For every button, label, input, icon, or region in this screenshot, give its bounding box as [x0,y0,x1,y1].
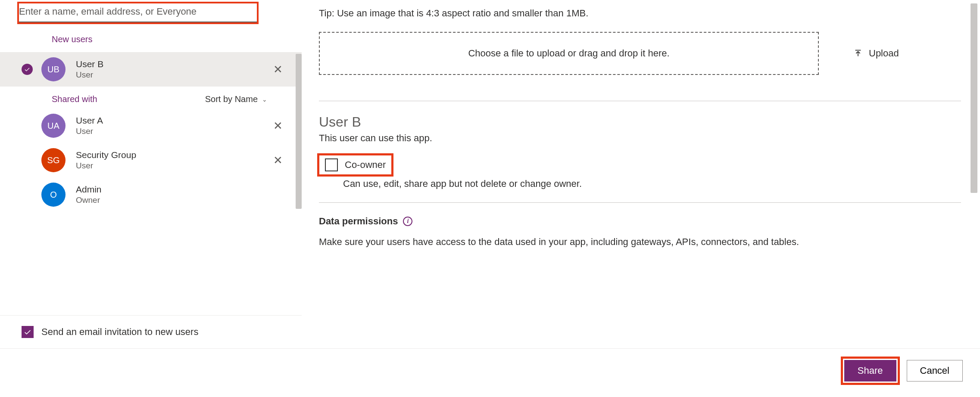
user-row-shared[interactable]: UA User A User ✕ [0,109,302,143]
user-name: Security Group [76,150,269,160]
email-invite-checkbox[interactable] [22,326,34,338]
selected-check-icon [22,64,33,75]
image-tip-text: Tip: Use an image that is 4:3 aspect rat… [319,8,963,19]
selected-user-title: User B [319,114,963,130]
data-permissions-title: Data permissions [319,216,398,227]
new-users-header: New users [0,22,302,52]
upload-button[interactable]: Upload [853,48,899,59]
user-row-shared[interactable]: O Admin Owner [0,177,302,212]
user-list: UB User B User ✕ Shared with Sort by Nam… [0,52,302,315]
left-scrollbar[interactable] [296,54,302,209]
avatar: SG [41,148,66,172]
remove-user-icon[interactable]: ✕ [269,118,287,134]
divider [319,101,961,101]
user-row-new[interactable]: UB User B User ✕ [0,52,302,87]
user-role: User [76,70,269,80]
email-invite-row: Send an email invitation to new users [0,315,302,348]
upload-label: Upload [869,48,899,59]
upload-dropzone[interactable]: Choose a file to upload or drag and drop… [319,32,819,75]
cancel-button[interactable]: Cancel [907,360,963,381]
coowner-checkbox[interactable] [325,158,338,171]
user-row-shared[interactable]: SG Security Group User ✕ [0,143,302,177]
user-role: User [76,127,269,136]
user-name: User A [76,115,269,126]
remove-user-icon[interactable]: ✕ [269,152,287,169]
email-invite-label: Send an email invitation to new users [41,326,198,338]
right-scrollbar[interactable] [971,3,977,193]
avatar: UA [41,114,66,138]
user-role: User [76,161,269,171]
remove-user-icon[interactable]: ✕ [269,61,287,78]
upload-icon [853,49,863,58]
user-role: Owner [76,195,291,205]
search-input[interactable] [17,2,259,22]
data-permissions-text: Make sure your users have access to the … [319,236,963,248]
selected-user-desc: This user can use this app. [319,133,963,144]
shared-with-header: Shared with [52,94,97,104]
sort-label: Sort by Name [205,94,258,104]
left-panel: New users UB User B User ✕ Shared with S… [0,0,302,348]
avatar: UB [41,57,66,81]
info-icon[interactable]: i [403,217,412,226]
chevron-down-icon: ⌄ [262,96,267,103]
divider [319,202,961,203]
sort-dropdown[interactable]: Sort by Name ⌄ [205,94,280,104]
right-panel: Tip: Use an image that is 4:3 aspect rat… [302,0,980,348]
avatar: O [41,183,66,207]
user-name: User B [76,59,269,69]
share-button[interactable]: Share [844,360,896,381]
coowner-label: Co-owner [345,159,386,171]
user-name: Admin [76,184,291,195]
dialog-footer: Share Cancel [0,349,980,381]
coowner-desc: Can use, edit, share app but not delete … [343,178,963,189]
